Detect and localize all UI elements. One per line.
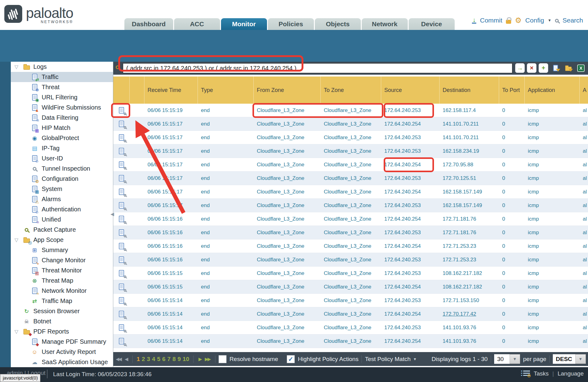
sidebar-item-wildfire-submissions[interactable]: ▲WildFire Submissions <box>11 102 113 113</box>
cell-application[interactable]: icmp <box>525 158 580 171</box>
cell-destination[interactable]: 172.70.95.88 <box>440 158 499 171</box>
column-header-type[interactable]: Type <box>198 77 254 104</box>
sidebar-item-botnet[interactable]: ☠Botnet <box>11 316 113 326</box>
log-detail-button[interactable] <box>113 334 130 348</box>
cell-to-zone[interactable]: Cloudflare_L3_Zone <box>321 267 381 280</box>
log-row[interactable]: 06/06 15:15:17endCloudflare_L3_ZoneCloud… <box>113 158 588 172</box>
column-header-destination[interactable]: Destination <box>440 77 499 104</box>
cell-to-zone[interactable]: Cloudflare_L3_Zone <box>321 185 381 198</box>
log-detail-button[interactable] <box>113 104 130 117</box>
cell-destination[interactable]: 162.158.157.149 <box>440 199 499 212</box>
log-detail-button[interactable] <box>113 307 130 321</box>
cell-to-zone[interactable]: Cloudflare_L3_Zone <box>321 212 381 226</box>
cell-from-zone[interactable]: Cloudflare_L3_Zone <box>254 144 321 158</box>
sidebar-item-threat-map[interactable]: ⊗Threat Map <box>11 276 113 286</box>
test-policy-caret-icon[interactable]: ▼ <box>413 357 417 361</box>
sidebar-item-saas-application-usage[interactable]: ☁SaaS Application Usage <box>11 357 113 367</box>
cell-application[interactable]: icmp <box>525 307 580 321</box>
cell-destination[interactable]: 172.71.181.76 <box>440 212 499 226</box>
first-page-icon[interactable]: ◀◀ <box>116 356 121 362</box>
tab-monitor[interactable]: Monitor <box>221 18 267 30</box>
cell-from-zone[interactable]: Cloudflare_L3_Zone <box>254 104 321 117</box>
log-row[interactable]: 06/06 15:15:17endCloudflare_L3_ZoneCloud… <box>113 172 588 185</box>
cell-destination[interactable]: 108.162.217.182 <box>440 267 499 280</box>
page-number-4[interactable]: 4 <box>152 356 155 363</box>
cell-application[interactable]: icmp <box>525 172 580 185</box>
cell-application[interactable]: icmp <box>525 294 580 307</box>
sidebar-item-threat-monitor[interactable]: ▥Threat Monitor <box>11 265 113 276</box>
log-detail-button[interactable] <box>113 199 130 212</box>
column-header-a[interactable]: A <box>580 77 588 104</box>
cell-from-zone[interactable]: Cloudflare_L3_Zone <box>254 212 321 226</box>
sidebar-item-system[interactable]: ▦System <box>11 184 113 194</box>
log-detail-button[interactable] <box>113 185 130 198</box>
cell-source[interactable]: 172.64.240.253 <box>381 144 440 158</box>
add-filter-button[interactable]: + <box>539 63 548 73</box>
cell-application[interactable]: icmp <box>525 131 580 144</box>
cell-from-zone[interactable]: Cloudflare_L3_Zone <box>254 307 321 321</box>
cell-to-zone[interactable]: Cloudflare_L3_Zone <box>321 144 381 158</box>
log-detail-button[interactable] <box>113 131 130 144</box>
cell-application[interactable]: icmp <box>525 185 580 198</box>
sort-order-caret-icon[interactable]: ▼ <box>575 354 586 364</box>
column-header-to-port[interactable]: To Port <box>499 77 525 104</box>
cell-source[interactable]: 172.64.240.253 <box>381 104 440 117</box>
log-detail-button[interactable] <box>113 144 130 158</box>
tab-objects[interactable]: Objects <box>315 18 361 30</box>
cell-destination[interactable]: 162.158.234.19 <box>440 144 499 158</box>
cell-from-zone[interactable]: Cloudflare_L3_Zone <box>254 158 321 171</box>
log-row[interactable]: 06/06 15:15:17endCloudflare_L3_ZoneCloud… <box>113 131 588 144</box>
sidebar-item-network-monitor[interactable]: ≈Network Monitor <box>11 286 113 296</box>
sidebar-item-url-filtering[interactable]: ◉URL Filtering <box>11 92 113 102</box>
cell-source[interactable]: 172.64.240.253 <box>381 172 440 185</box>
cell-source[interactable]: 172.64.240.254 <box>381 185 440 198</box>
cell-application[interactable]: icmp <box>525 280 580 293</box>
page-number-10[interactable]: 10 <box>183 356 189 363</box>
log-row[interactable]: 06/06 15:15:16endCloudflare_L3_ZoneCloud… <box>113 253 588 267</box>
log-row[interactable]: 06/06 15:15:16endCloudflare_L3_ZoneCloud… <box>113 226 588 239</box>
cell-application[interactable]: icmp <box>525 321 580 334</box>
resolve-hostname-checkbox[interactable] <box>219 355 227 363</box>
log-detail-button[interactable] <box>113 239 130 253</box>
cell-to-zone[interactable]: Cloudflare_L3_Zone <box>321 253 381 266</box>
cell-from-zone[interactable]: Cloudflare_L3_Zone <box>254 280 321 293</box>
cell-source[interactable]: 172.64.240.253 <box>381 267 440 280</box>
sidebar-item-traffic[interactable]: ⇄Traffic <box>11 72 113 82</box>
tab-acc[interactable]: ACC <box>174 18 220 30</box>
column-header-receive-time[interactable]: Receive Time <box>144 77 198 104</box>
cell-source[interactable]: 172.64.240.254 <box>381 158 440 171</box>
log-row[interactable]: 06/06 15:15:17endCloudflare_L3_ZoneCloud… <box>113 185 588 199</box>
last-page-icon[interactable]: ▶▶ <box>205 356 210 362</box>
cell-to-zone[interactable]: Cloudflare_L3_Zone <box>321 117 381 131</box>
page-number-5[interactable]: 5 <box>157 356 161 363</box>
cell-destination[interactable]: 141.101.93.76 <box>440 334 499 348</box>
cell-destination[interactable]: 162.158.157.149 <box>440 185 499 198</box>
cell-destination[interactable]: 172.71.253.23 <box>440 253 499 266</box>
log-row[interactable]: 06/06 15:15:15endCloudflare_L3_ZoneCloud… <box>113 280 588 294</box>
tab-dashboard[interactable]: Dashboard <box>124 18 173 30</box>
cell-destination[interactable]: 141.101.93.76 <box>440 321 499 334</box>
cell-destination[interactable]: 172.71.181.76 <box>440 226 499 239</box>
sidebar-item-change-monitor[interactable]: ↘Change Monitor <box>11 255 113 265</box>
page-number-3[interactable]: 3 <box>147 356 150 363</box>
sidebar-item-configuration[interactable]: ⚙Configuration <box>11 174 113 184</box>
cell-application[interactable]: icmp <box>525 199 580 212</box>
next-page-icon[interactable]: ▶ <box>198 356 201 362</box>
cell-destination[interactable]: 141.101.70.211 <box>440 131 499 144</box>
log-row[interactable]: 06/06 15:15:17endCloudflare_L3_ZoneCloud… <box>113 117 588 131</box>
sidebar-collapse-icon[interactable]: ◀ <box>111 211 114 217</box>
cell-source[interactable]: 172.64.240.254 <box>381 212 440 226</box>
cell-application[interactable]: icmp <box>525 334 580 348</box>
sidebar-item-app-scope[interactable]: ▽◎App Scope <box>11 235 113 245</box>
cell-from-zone[interactable]: Cloudflare_L3_Zone <box>254 226 321 239</box>
tab-network[interactable]: Network <box>362 18 408 30</box>
cell-from-zone[interactable]: Cloudflare_L3_Zone <box>254 253 321 266</box>
page-number-7[interactable]: 7 <box>167 356 171 363</box>
cell-source[interactable]: 172.64.240.253 <box>381 321 440 334</box>
log-detail-button[interactable] <box>113 212 130 226</box>
apply-filter-button[interactable]: → <box>515 63 525 73</box>
cell-application[interactable]: icmp <box>525 253 580 266</box>
sidebar-item-user-activity-report[interactable]: ☺User Activity Report <box>11 347 113 357</box>
column-header-source[interactable]: Source <box>381 77 440 104</box>
log-filter-input[interactable]: ( addr.src in 172.64.240.253 ) or ( addr… <box>123 63 512 73</box>
